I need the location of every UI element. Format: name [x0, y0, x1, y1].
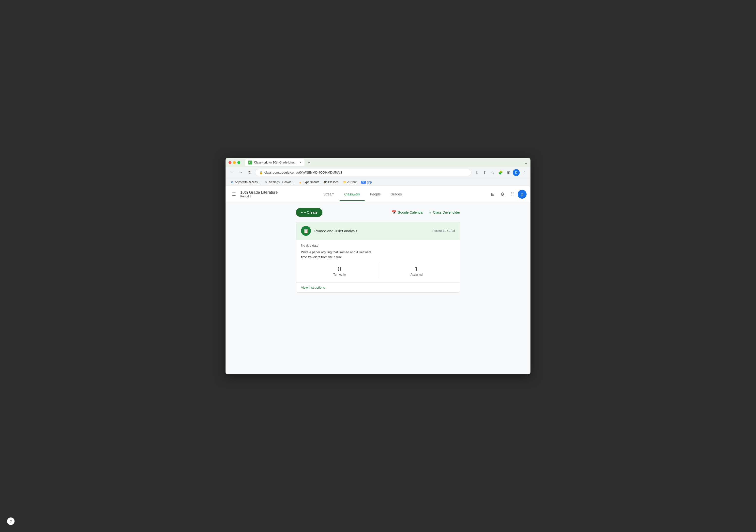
settings-icon[interactable]: ⚙	[498, 190, 507, 199]
google-calendar-link[interactable]: 📅 Google Calendar	[391, 210, 424, 215]
turned-in-stat[interactable]: 0 Turned in	[301, 263, 378, 278]
bookmarks-bar: G Apps with access... ⚙ Settings - Cooki…	[226, 178, 530, 186]
hamburger-icon: ☰	[232, 192, 236, 197]
active-tab[interactable]: C Classwork for 10th Grade Liter... ✕	[245, 159, 305, 166]
class-drive-folder-label: Class Drive folder	[433, 210, 460, 214]
google-icon: G	[230, 180, 234, 184]
reload-button[interactable]: ↻	[246, 169, 253, 176]
tab-people[interactable]: People	[365, 187, 386, 201]
content-area: + + Create 📅 Google Calendar △ Class Dri…	[292, 208, 464, 293]
create-plus-icon: +	[301, 210, 303, 214]
bookmark-current[interactable]: 📁 current	[341, 179, 359, 185]
class-info: 10th Grade Literature Period 3	[240, 190, 278, 198]
turned-in-count: 0	[301, 265, 378, 273]
assignment-description: Write a paper arguing that Romeo and Jul…	[301, 250, 455, 259]
forward-button[interactable]: →	[237, 169, 244, 176]
bookmark-apps[interactable]: G Apps with access...	[229, 179, 262, 185]
google-calendar-label: Google Calendar	[398, 210, 424, 214]
lock-icon: 🔒	[259, 171, 263, 174]
api-badge: API	[361, 181, 366, 184]
address-bar: ← → ↻ 🔒 classroom.google.com/u/0/w/NjEyM…	[226, 167, 530, 178]
card-view-icon[interactable]: ⊞	[488, 190, 497, 199]
download-icon[interactable]: ⬇	[473, 169, 480, 176]
main-content: + + Create 📅 Google Calendar △ Class Dri…	[226, 202, 530, 374]
header-actions: ⊞ ⚙ ⠿ D	[488, 190, 526, 199]
classes-icon: 🎓	[324, 180, 327, 184]
classwork-toolbar: + + Create 📅 Google Calendar △ Class Dri…	[296, 208, 460, 217]
bookmark-experiments[interactable]: ▲ Experiments	[296, 179, 321, 185]
assignment-card: 📋 Romeo and Juliet analysis. Posted 11:5…	[296, 222, 460, 293]
hamburger-menu-button[interactable]: ☰	[230, 190, 238, 199]
assigned-label: Assigned	[378, 273, 455, 276]
class-name: 10th Grade Literature	[240, 190, 278, 195]
more-options-icon[interactable]: ⋮	[521, 169, 527, 176]
address-bar-actions: ⬇ ⬆ ☆ 🧩 ▣ D ⋮	[473, 169, 527, 176]
create-button[interactable]: + + Create	[296, 208, 322, 217]
tab-close-icon[interactable]: ✕	[299, 161, 302, 164]
assignment-footer: View instructions	[296, 282, 460, 292]
assigned-count: 1	[378, 265, 455, 273]
assignment-icon: 📋	[301, 226, 311, 236]
view-instructions-link[interactable]: View instructions	[301, 286, 325, 289]
bookmark-settings[interactable]: ⚙ Settings - Cookie...	[263, 179, 296, 185]
class-period: Period 3	[240, 195, 278, 198]
maximize-button[interactable]	[237, 161, 240, 164]
gear-icon: ⚙	[265, 180, 268, 184]
create-label: + Create	[304, 210, 317, 214]
back-button[interactable]: ←	[229, 169, 235, 176]
share-icon[interactable]: ⬆	[481, 169, 488, 176]
app-content: ☰ 10th Grade Literature Period 3 Stream …	[226, 186, 530, 374]
profile-avatar-small[interactable]: D	[513, 169, 520, 176]
experiments-icon: ▲	[298, 180, 302, 184]
assignment-title: Romeo and Juliet analysis.	[314, 229, 429, 233]
tab-grades[interactable]: Grades	[386, 187, 407, 201]
tab-stream[interactable]: Stream	[318, 187, 339, 201]
new-tab-button[interactable]: +	[306, 159, 312, 166]
traffic-lights	[229, 161, 240, 164]
url-text: classroom.google.com/u/0/w/NjEyMDI4ODIxM…	[264, 171, 342, 174]
no-due-date: No due date	[301, 244, 455, 247]
extension-icon[interactable]: 🧩	[497, 169, 504, 176]
close-button[interactable]	[229, 161, 231, 164]
bookmark-api[interactable]: API gcp	[359, 179, 374, 185]
tab-title: Classwork for 10th Grade Liter...	[254, 161, 296, 164]
assigned-stat[interactable]: 1 Assigned	[378, 263, 455, 278]
assignment-stats: 0 Turned in 1 Assigned	[301, 263, 455, 278]
class-drive-folder-link[interactable]: △ Class Drive folder	[429, 210, 460, 215]
sidebar-icon[interactable]: ▣	[505, 169, 512, 176]
browser-window: C Classwork for 10th Grade Liter... ✕ + …	[226, 158, 530, 374]
clipboard-icon: 📋	[303, 228, 309, 233]
assignment-header: 📋 Romeo and Juliet analysis. Posted 11:5…	[296, 222, 460, 240]
toolbar-links: 📅 Google Calendar △ Class Drive folder	[391, 210, 460, 215]
title-bar: C Classwork for 10th Grade Liter... ✕ + …	[226, 158, 530, 167]
folder-icon: 📁	[343, 180, 346, 184]
window-controls[interactable]: ⌄	[524, 160, 527, 165]
app-header: ☰ 10th Grade Literature Period 3 Stream …	[226, 186, 530, 202]
google-apps-icon[interactable]: ⠿	[508, 190, 517, 199]
app-nav: Stream Classwork People Grades	[318, 187, 407, 201]
profile-avatar[interactable]: D	[518, 190, 526, 199]
minimize-button[interactable]	[233, 161, 236, 164]
assignment-posted-time: Posted 11:51 AM	[433, 229, 455, 232]
tab-bar: C Classwork for 10th Grade Liter... ✕ +	[245, 159, 522, 166]
tab-favicon: C	[248, 161, 252, 165]
bookmark-icon[interactable]: ☆	[489, 169, 496, 176]
assignment-body: No due date Write a paper arguing that R…	[296, 240, 460, 282]
bookmark-classes[interactable]: 🎓 Classes	[322, 179, 340, 185]
drive-icon: △	[429, 210, 432, 215]
url-bar[interactable]: 🔒 classroom.google.com/u/0/w/NjEyMDI4ODI…	[255, 169, 472, 176]
turned-in-label: Turned in	[301, 273, 378, 276]
calendar-icon: 📅	[391, 210, 396, 215]
tab-classwork[interactable]: Classwork	[339, 187, 365, 201]
